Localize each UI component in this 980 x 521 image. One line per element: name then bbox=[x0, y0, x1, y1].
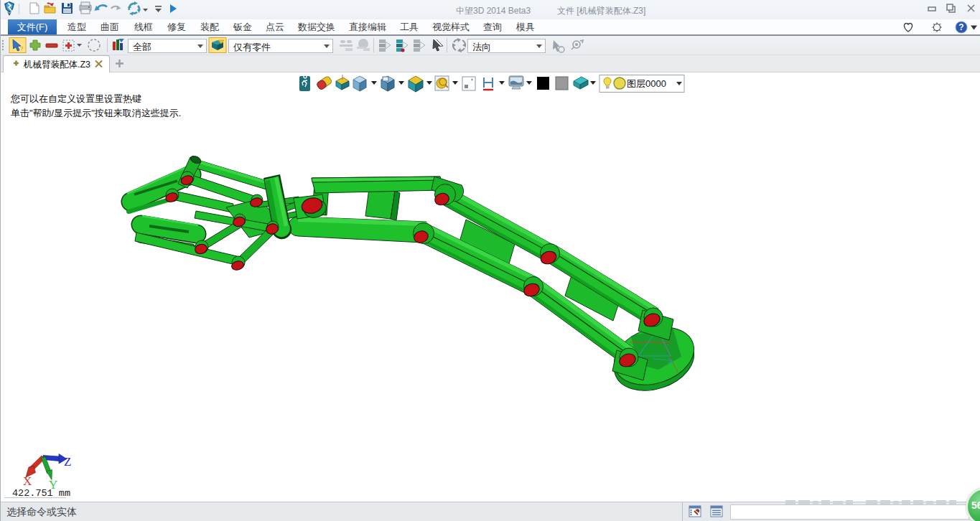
svg-text:图层0000: 图层0000 bbox=[627, 78, 666, 89]
svg-text:Z: Z bbox=[64, 455, 71, 469]
svg-text:422.751 mm: 422.751 mm bbox=[12, 488, 70, 499]
svg-text:X: X bbox=[23, 474, 32, 488]
